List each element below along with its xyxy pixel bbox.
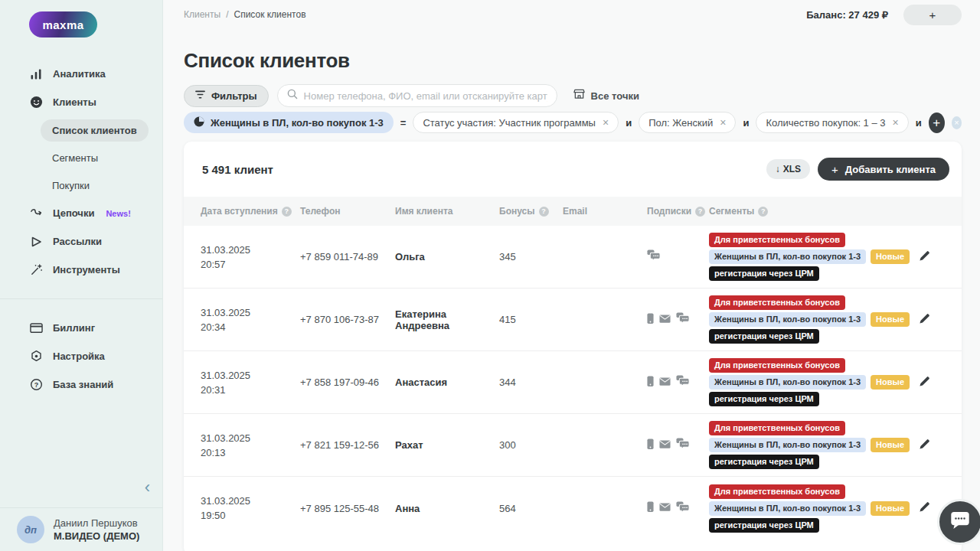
condition-chip-gender[interactable]: Пол: Женский: [639, 112, 736, 133]
segment-chip-welcome-bonuses[interactable]: Для приветственных бонусов: [709, 358, 845, 373]
segment-chip-new[interactable]: Новые: [871, 312, 910, 327]
sms-subscription-icon: [647, 313, 654, 326]
segment-chip-welcome-bonuses[interactable]: Для приветственных бонусов: [709, 421, 845, 435]
segment-chip-welcome-bonuses[interactable]: Для приветственных бонусов: [709, 233, 845, 247]
segment-chip-women-loyalty[interactable]: Женщины в ПЛ, кол-во покупок 1-3: [709, 375, 866, 390]
clients-table-card: 5 491 клиент XLS Добавить клиента Дата в…: [184, 142, 962, 551]
segment-chip-crm-registration[interactable]: регистрация через ЦРМ: [709, 266, 819, 281]
support-chat-widget[interactable]: [937, 499, 980, 545]
column-header-segments: Сегменты: [709, 206, 919, 217]
condition-chip-purchases[interactable]: Количество покупок: 1 – 3: [756, 112, 908, 133]
sidebar-item-knowledge-base[interactable]: ? База знаний: [0, 370, 162, 399]
help-icon[interactable]: [758, 207, 768, 217]
sidebar-item-chains[interactable]: Цепочки News!: [0, 199, 162, 227]
client-phone: +7 859 011-74-89: [300, 251, 395, 262]
client-phone: +7 895 125-55-48: [300, 503, 395, 514]
add-condition-button[interactable]: [929, 112, 945, 133]
pie-chart-icon: [194, 116, 204, 129]
top-up-balance-button[interactable]: [903, 5, 962, 25]
segment-filter-chip[interactable]: Женщины в ПЛ, кол-во покупок 1-3: [184, 112, 394, 133]
sidebar-item-settings[interactable]: Настройка: [0, 342, 162, 370]
segment-chip-women-loyalty[interactable]: Женщины в ПЛ, кол-во покупок 1-3: [709, 501, 866, 516]
client-join-date: 31.03.2025 19:50: [201, 494, 300, 523]
segment-chip-women-loyalty[interactable]: Женщины в ПЛ, кол-во покупок 1-3: [709, 438, 866, 452]
gear-icon: [29, 350, 43, 363]
sidebar-item-clients[interactable]: Клиенты: [0, 88, 162, 116]
remove-condition-icon[interactable]: [603, 117, 609, 128]
add-client-button[interactable]: Добавить клиента: [818, 158, 949, 181]
segment-chip-crm-registration[interactable]: регистрация через ЦРМ: [709, 518, 819, 533]
table-row[interactable]: 31.03.2025 20:13 +7 821 159-12-56 Рахат …: [184, 414, 962, 477]
clear-filters-button[interactable]: [952, 116, 962, 129]
table-row[interactable]: 31.03.2025 20:57 +7 859 011-74-89 Ольга …: [184, 226, 962, 289]
sidebar-label: Список клиентов: [41, 119, 149, 142]
search-input[interactable]: [304, 90, 547, 102]
edit-client-button[interactable]: [919, 376, 930, 390]
pencil-icon: [919, 501, 930, 515]
help-icon[interactable]: [539, 207, 549, 217]
sms-subscription-icon: [647, 439, 654, 452]
export-xls-button[interactable]: XLS: [766, 159, 810, 179]
edit-client-button[interactable]: [919, 250, 930, 264]
edit-client-button[interactable]: [919, 313, 930, 327]
page-title: Список клиентов: [184, 47, 962, 73]
help-icon[interactable]: [282, 207, 292, 217]
sidebar-bottom-nav: Биллинг Настройка ? База знаний: [0, 314, 162, 399]
condition-chip-status[interactable]: Статус участия: Участник программы: [413, 112, 619, 133]
sidebar-item-analytics[interactable]: Аналитика: [0, 60, 162, 88]
chat-bubble-icon: [948, 508, 972, 536]
email-subscription-icon: [659, 314, 671, 325]
segment-chip-new[interactable]: Новые: [871, 438, 910, 452]
segment-chip-new[interactable]: Новые: [871, 249, 910, 264]
segment-chip-welcome-bonuses[interactable]: Для приветственных бонусов: [709, 484, 845, 499]
sidebar-label: Биллинг: [53, 322, 95, 334]
sidebar-item-tools[interactable]: Инструменты: [0, 256, 162, 284]
help-icon[interactable]: [695, 207, 705, 217]
table-row-partial: [184, 540, 962, 551]
breadcrumb-section[interactable]: Клиенты: [184, 9, 220, 20]
sidebar-divider: [0, 298, 162, 299]
client-segments: Для приветственных бонусов Женщины в ПЛ,…: [709, 358, 919, 406]
segment-chip-new[interactable]: Новые: [871, 375, 910, 390]
user-profile[interactable]: дп Даниил Першуков М.ВИДЕО (ДЕМО): [17, 516, 139, 543]
segment-chip-women-loyalty[interactable]: Женщины в ПЛ, кол-во покупок 1-3: [709, 312, 866, 327]
chat-subscription-icon: [676, 375, 690, 389]
segment-chip-welcome-bonuses[interactable]: Для приветственных бонусов: [709, 295, 845, 310]
table-row[interactable]: 31.03.2025 19:50 +7 895 125-55-48 Анна 5…: [184, 477, 962, 540]
segment-chip-crm-registration[interactable]: регистрация через ЦРМ: [709, 455, 819, 469]
client-subscriptions: [647, 438, 709, 452]
edit-client-button[interactable]: [919, 501, 930, 515]
segment-chip-crm-registration[interactable]: регистрация через ЦРМ: [709, 329, 819, 344]
client-phone: +7 870 106-73-87: [300, 314, 395, 325]
sidebar-collapse-button[interactable]: [145, 479, 150, 496]
store-icon: [573, 89, 585, 102]
sidebar: maxma Аналитика Клиенты Список клиентов …: [0, 0, 163, 551]
segment-chip-new[interactable]: Новые: [871, 501, 910, 516]
sidebar-label: Аналитика: [53, 68, 106, 80]
xls-label: XLS: [783, 164, 801, 174]
sidebar-item-billing[interactable]: Биллинг: [0, 314, 162, 342]
table-header: Дата вступления Телефон Имя клиента Бону…: [184, 197, 962, 226]
table-row[interactable]: 31.03.2025 20:34 +7 870 106-73-87 Екатер…: [184, 289, 962, 351]
maxma-logo[interactable]: maxma: [29, 11, 97, 37]
client-subscriptions: [647, 501, 709, 515]
pencil-icon: [919, 313, 930, 327]
sidebar-item-segments[interactable]: Сегменты: [0, 144, 162, 171]
segment-chip-crm-registration[interactable]: регистрация через ЦРМ: [709, 392, 819, 406]
active-filters-row: Женщины в ПЛ, кол-во покупок 1-3 = Стату…: [184, 112, 962, 133]
sidebar-item-mailings[interactable]: Рассылки: [0, 227, 162, 256]
sms-subscription-icon: [647, 501, 654, 514]
edit-client-button[interactable]: [919, 439, 930, 452]
sidebar-item-client-list[interactable]: Список клиентов: [0, 116, 162, 144]
sidebar-item-purchases[interactable]: Покупки: [0, 171, 162, 199]
table-row[interactable]: 31.03.2025 20:31 +7 858 197-09-46 Анаста…: [184, 351, 962, 414]
client-join-date: 31.03.2025 20:13: [201, 431, 300, 460]
client-bonuses: 344: [499, 377, 563, 388]
filters-button[interactable]: Фильтры: [184, 85, 269, 107]
remove-condition-icon[interactable]: [720, 117, 726, 128]
remove-condition-icon[interactable]: [893, 117, 899, 128]
store-points-selector[interactable]: Все точки: [573, 89, 639, 102]
send-icon: [29, 236, 43, 248]
segment-chip-women-loyalty[interactable]: Женщины в ПЛ, кол-во покупок 1-3: [709, 249, 866, 264]
pencil-icon: [919, 376, 930, 390]
